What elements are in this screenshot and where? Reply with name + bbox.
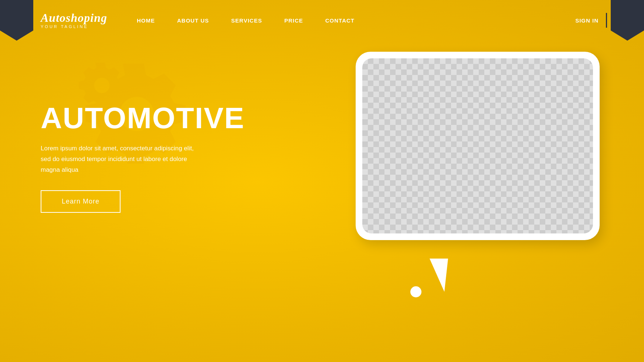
image-placeholder bbox=[362, 58, 593, 233]
bubble-tail bbox=[430, 259, 448, 292]
hero-content: AUTOMOTIVE Lorem ipsum dolor sit amet, c… bbox=[41, 103, 233, 213]
nav-about[interactable]: ABOUT US bbox=[177, 17, 209, 24]
logo-area: Autoshoping YOUR TAGLINE bbox=[41, 12, 107, 29]
nav-home[interactable]: HOME bbox=[137, 17, 155, 24]
nav-links: HOME ABOUT US SERVICES PRICE CONTACT bbox=[137, 17, 575, 24]
nav-price[interactable]: PRICE bbox=[284, 17, 303, 24]
sign-in-link[interactable]: SIGN IN bbox=[575, 17, 599, 24]
bubble-dot bbox=[410, 286, 421, 297]
page: Autoshoping YOUR TAGLINE HOME ABOUT US S… bbox=[0, 0, 644, 362]
nav-services[interactable]: SERVICES bbox=[231, 17, 262, 24]
nav-divider bbox=[606, 13, 607, 28]
speech-bubble-wrapper bbox=[356, 52, 607, 266]
learn-more-button[interactable]: Learn More bbox=[41, 190, 121, 213]
hero-title: AUTOMOTIVE bbox=[41, 103, 233, 133]
svg-point-1 bbox=[94, 78, 110, 93]
nav-right: SIGN IN bbox=[575, 13, 607, 28]
hero-description: Lorem ipsum dolor sit amet, consectetur … bbox=[41, 143, 200, 175]
navbar: Autoshoping YOUR TAGLINE HOME ABOUT US S… bbox=[0, 0, 644, 41]
logo-name[interactable]: Autoshoping bbox=[41, 12, 107, 24]
speech-bubble bbox=[356, 52, 600, 240]
nav-contact[interactable]: CONTACT bbox=[325, 17, 355, 24]
logo-tagline: YOUR TAGLINE bbox=[41, 24, 107, 29]
